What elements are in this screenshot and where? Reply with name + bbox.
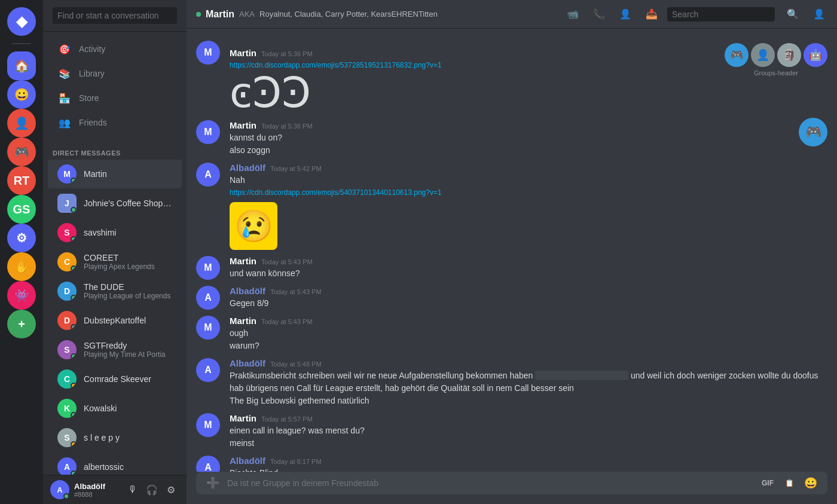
message-link-2[interactable]: https://cdn.discordapp.com/emojis/540371…	[230, 188, 442, 197]
voice-call-button[interactable]: 📞	[591, 6, 607, 23]
messages-scroll[interactable]: M Martin Today at 5:36 PM https://cdn.di…	[187, 29, 837, 472]
profile-button[interactable]: 👤	[811, 6, 827, 23]
add-friend-button[interactable]: 👤	[617, 6, 634, 23]
message-time-6: Today at 5:48 PM	[270, 361, 322, 368]
current-user-info: Albadölf #8888	[74, 482, 120, 498]
server-icon-rt-game[interactable]: RT	[7, 166, 36, 195]
status-dot-savshimi	[71, 236, 77, 242]
dm-item-savshimi[interactable]: Ssavshimi	[48, 218, 182, 247]
dm-search-input[interactable]	[53, 7, 177, 24]
header-search-input[interactable]	[667, 7, 775, 22]
dm-item-kowalski[interactable]: KKowalski	[48, 394, 182, 423]
sticker-button[interactable]: 📋	[780, 474, 799, 493]
server-icon-user2[interactable]: 👤	[7, 109, 36, 138]
dm-item-dubstep[interactable]: DDubstepKartoffel	[48, 306, 182, 335]
message-input-area: ➕ GIF 📋 😀	[187, 472, 837, 504]
message-content-2: Albadölf Today at 5:42 PM Nah https://cd…	[230, 163, 827, 250]
store-icon: 🏪	[57, 91, 72, 105]
redacted-text	[535, 371, 628, 380]
message-avatar-7: M	[196, 413, 220, 437]
dm-item-name-the-dude: The DUDE	[84, 282, 172, 292]
dm-item-albertossic[interactable]: Aalbertossic	[48, 453, 182, 475]
dm-avatar-savshimi: S	[57, 223, 77, 242]
status-dot-johnies	[71, 207, 77, 213]
deafen-button[interactable]: 🎧	[143, 481, 160, 498]
message-group-8: A Albadölf Today at 6:17 PM Bischte Blin…	[187, 453, 837, 472]
dm-item-johnies[interactable]: JJohnie's Coffee Shop & ...	[48, 189, 182, 218]
gif-button[interactable]: GIF	[758, 474, 777, 493]
message-group-5: M Martin Today at 5:43 PM oughwarum?	[187, 313, 837, 355]
message-time-2: Today at 5:42 PM	[270, 165, 322, 172]
nav-item-activity[interactable]: 🎯 Activity	[48, 37, 182, 61]
message-avatar-4: A	[196, 286, 220, 310]
server-icon-user1[interactable]: 😀	[7, 80, 36, 109]
server-icon-server6[interactable]: ⚙	[7, 224, 36, 252]
nav-item-store[interactable]: 🏪 Store	[48, 86, 182, 110]
dm-item-name-johnies: Johnie's Coffee Shop & ...	[84, 198, 172, 208]
message-header-6: Albadölf Today at 5:48 PM	[230, 358, 827, 368]
message-username-1: Martin	[230, 120, 256, 130]
current-user-avatar: A	[50, 480, 69, 499]
message-username-3: Martin	[230, 256, 256, 266]
dm-item-info-coreet: COREETPlaying Apex Legends	[84, 253, 172, 271]
mute-button[interactable]: 🎙	[124, 481, 141, 498]
messages-area: M Martin Today at 5:36 PM https://cdn.di…	[187, 29, 837, 472]
status-dot-sleepy	[71, 441, 77, 447]
dm-item-comrade[interactable]: CComrade Skeever	[48, 365, 182, 393]
message-header-2: Albadölf Today at 5:42 PM	[230, 163, 827, 173]
message-group-2: A Albadölf Today at 5:42 PM Nah https://…	[187, 160, 837, 252]
dm-avatar-johnies: J	[57, 194, 77, 213]
server-icon-add-server[interactable]: +	[7, 310, 36, 338]
message-text-7-1: meinst	[230, 437, 827, 450]
message-header-1: Martin Today at 5:36 PM	[230, 120, 827, 130]
current-user-tag: #8888	[74, 491, 120, 498]
message-input[interactable]	[227, 472, 753, 494]
status-dot-albertossic	[71, 471, 77, 475]
message-text-5-0: ough	[230, 327, 827, 340]
server-icon-user3[interactable]: 🎮	[7, 138, 36, 166]
dm-item-coreet[interactable]: CCOREETPlaying Apex Legends	[48, 248, 182, 276]
dm-item-sub-the-dude: Playing League of Legends	[84, 292, 172, 300]
dm-item-martin[interactable]: MMartin	[48, 160, 182, 188]
dm-item-sgtfreddy[interactable]: SSGTFreddyPlaying My Time At Portia	[48, 335, 182, 364]
message-link-0[interactable]: https://cdn.discordapp.com/emojis/537285…	[230, 61, 442, 69]
server-icon-server7[interactable]: ✋	[7, 252, 36, 281]
search-button[interactable]: 🔍	[784, 6, 801, 23]
dm-item-info-kowalski: Kowalski	[84, 404, 172, 413]
dm-item-sleepy[interactable]: Ss l e e p y	[48, 423, 182, 452]
discord-home-button[interactable]: ◆	[7, 7, 36, 36]
message-text-6a: Praktikumsbericht schreiben weil wir ne …	[230, 369, 827, 382]
server-icon-discord-home[interactable]: 🏠	[7, 51, 36, 80]
message-time-8: Today at 6:17 PM	[270, 458, 322, 465]
nav-item-library[interactable]: 📚 Library	[48, 62, 182, 85]
dm-nav: 🎯 Activity 📚 Library 🏪 Store 👥 Friends	[43, 32, 187, 140]
dm-avatar-sgtfreddy: S	[57, 340, 77, 359]
message-group-3: M Martin Today at 5:43 PM und wann könns…	[187, 253, 837, 282]
settings-button[interactable]: ⚙	[163, 481, 179, 498]
dm-list: MMartinJJohnie's Coffee Shop & ...Ssavsh…	[43, 159, 187, 475]
message-group-7: M Martin Today at 5:57 PM einen call in …	[187, 411, 837, 452]
nav-item-friends[interactable]: 👥 Friends	[48, 111, 182, 135]
dm-item-info-martin: Martin	[84, 169, 172, 179]
add-attachment-button[interactable]: ➕	[203, 474, 222, 493]
dm-item-info-savshimi: savshimi	[84, 228, 172, 237]
channel-header: Martin AKA Royalnut, Claudia, Carry Pott…	[187, 0, 837, 29]
message-content-7: Martin Today at 5:57 PM einen call in le…	[230, 413, 827, 450]
library-icon: 📚	[57, 66, 72, 81]
message-avatar-5: M	[196, 316, 220, 340]
online-badge	[196, 12, 201, 17]
video-call-button[interactable]: 📹	[564, 6, 581, 23]
message-username-0: Martin	[230, 48, 256, 58]
message-username-4: Albadölf	[230, 286, 265, 296]
user-controls: 🎙 🎧 ⚙	[124, 481, 179, 498]
message-time-0: Today at 5:36 PM	[261, 50, 313, 57]
dm-item-the-dude[interactable]: DThe DUDEPlaying League of Legends	[48, 277, 182, 306]
message-avatar-8: A	[196, 456, 220, 472]
message-text-5-1: warum?	[230, 340, 827, 352]
server-icon-gs[interactable]: GS	[7, 195, 36, 224]
server-icon-server8[interactable]: 👾	[7, 281, 36, 310]
pikachu-emoji: 😢	[230, 202, 827, 250]
emoji-button[interactable]: 😀	[801, 474, 820, 493]
groups-header-container: 🎮 👤 🗿 🤖 Groups-header	[725, 43, 827, 77]
inbox-button[interactable]: 📥	[643, 6, 660, 23]
